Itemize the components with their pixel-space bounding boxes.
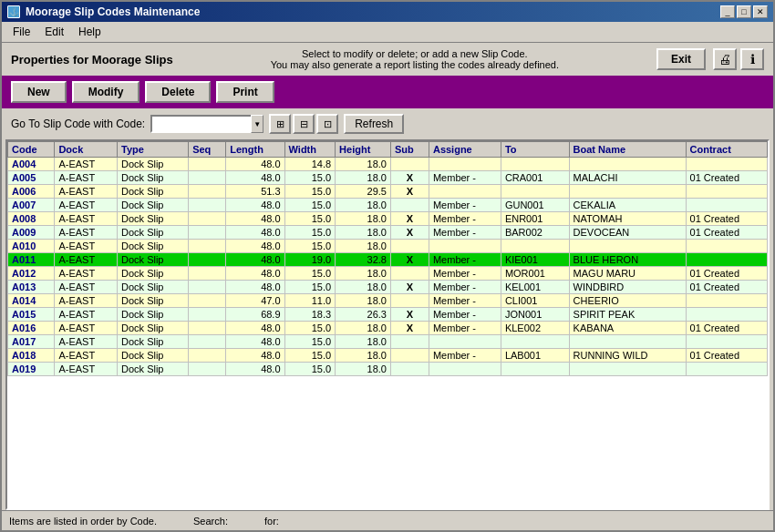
table-row[interactable]: A013A-EASTDock Slip48.015.018.0XMember -… <box>8 281 768 294</box>
table-row[interactable]: A011A-EASTDock Slip48.019.032.8XMember -… <box>8 253 768 267</box>
table-body: A004A-EASTDock Slip48.014.818.0A005A-EAS… <box>8 158 768 376</box>
table-row[interactable]: A010A-EASTDock Slip48.015.018.0 <box>8 240 768 253</box>
close-button[interactable]: ✕ <box>753 5 768 18</box>
table-row[interactable]: A014A-EASTDock Slip47.011.018.0Member -C… <box>8 294 768 308</box>
menu-help[interactable]: Help <box>71 24 108 40</box>
window-title: Moorage Slip Codes Maintenance <box>26 5 200 18</box>
filter-label: Go To Slip Code with Code: <box>11 118 145 130</box>
filter-input[interactable] <box>150 115 251 133</box>
menubar: File Edit Help <box>2 22 773 43</box>
minimize-button[interactable]: _ <box>720 5 735 18</box>
header-section: Properties for Moorage Slips Select to m… <box>2 43 773 76</box>
col-length: Length <box>226 142 284 158</box>
header-desc-line1: Select to modify or delete; or add a new… <box>191 48 638 59</box>
print-button[interactable]: Print <box>216 81 274 103</box>
title-bar: ⚓ Moorage Slip Codes Maintenance _ □ ✕ <box>2 2 773 22</box>
modify-button[interactable]: Modify <box>72 81 140 103</box>
table-row[interactable]: A017A-EASTDock Slip48.015.018.0 <box>8 335 768 349</box>
info-icon-button[interactable]: ℹ <box>740 48 764 70</box>
table-header-row: Code Dock Type Seq Length Width Height S… <box>8 142 768 158</box>
new-button[interactable]: New <box>11 81 67 103</box>
refresh-button[interactable]: Refresh <box>344 114 404 134</box>
table-row[interactable]: A009A-EASTDock Slip48.015.018.0XMember -… <box>8 226 768 240</box>
col-to: To <box>501 142 569 158</box>
table-row[interactable]: A008A-EASTDock Slip48.015.018.0XMember -… <box>8 212 768 226</box>
filter-icons: ⊞ ⊟ ⊡ <box>269 114 338 134</box>
table-row[interactable]: A015A-EASTDock Slip68.918.326.3XMember -… <box>8 308 768 322</box>
filter-dropdown-arrow[interactable]: ▼ <box>251 115 264 133</box>
toolbar: New Modify Delete Print <box>2 76 773 108</box>
print-icon-button[interactable]: 🖨 <box>713 48 737 70</box>
table-row[interactable]: A007A-EASTDock Slip48.015.018.0Member -G… <box>8 199 768 212</box>
filter-bar: Go To Slip Code with Code: ▼ ⊞ ⊟ ⊡ Refre… <box>2 108 773 139</box>
slip-codes-table: Code Dock Type Seq Length Width Height S… <box>7 141 768 376</box>
header-description: Select to modify or delete; or add a new… <box>173 48 656 70</box>
menu-file[interactable]: File <box>5 24 37 40</box>
status-for-label: for: <box>264 516 279 527</box>
menu-edit[interactable]: Edit <box>37 24 71 40</box>
col-width: Width <box>284 142 336 158</box>
table-row[interactable]: A016A-EASTDock Slip48.015.018.0XMember -… <box>8 322 768 335</box>
header-desc-line2: You may also generate a report listing t… <box>191 59 638 70</box>
filter-combo: ▼ <box>150 115 264 133</box>
col-assigned: Assigne <box>429 142 501 158</box>
title-bar-buttons: _ □ ✕ <box>720 5 768 18</box>
maximize-button[interactable]: □ <box>737 5 751 18</box>
filter-icon-3[interactable]: ⊡ <box>316 114 338 134</box>
col-sub: Sub <box>391 142 429 158</box>
app-icon: ⚓ <box>7 5 20 18</box>
status-search-label: Search: <box>193 516 228 527</box>
col-boat-name: Boat Name <box>569 142 686 158</box>
delete-button[interactable]: Delete <box>145 81 211 103</box>
status-items-label: Items are listed in order by Code. <box>9 516 157 527</box>
table-row[interactable]: A019A-EASTDock Slip48.015.018.0 <box>8 363 768 376</box>
col-seq: Seq <box>189 142 226 158</box>
table-row[interactable]: A018A-EASTDock Slip48.015.018.0Member -L… <box>8 349 768 363</box>
filter-icon-2[interactable]: ⊟ <box>293 114 315 134</box>
table-container[interactable]: Code Dock Type Seq Length Width Height S… <box>5 139 770 510</box>
col-dock: Dock <box>55 142 118 158</box>
main-window: ⚓ Moorage Slip Codes Maintenance _ □ ✕ F… <box>0 0 775 532</box>
table-row[interactable]: A004A-EASTDock Slip48.014.818.0 <box>8 158 768 171</box>
exit-button[interactable]: Exit <box>656 48 706 70</box>
col-contract: Contract <box>686 142 767 158</box>
title-bar-left: ⚓ Moorage Slip Codes Maintenance <box>7 5 200 18</box>
col-code: Code <box>8 142 55 158</box>
table-row[interactable]: A005A-EASTDock Slip48.015.018.0XMember -… <box>8 171 768 185</box>
table-row[interactable]: A006A-EASTDock Slip51.315.029.5X <box>8 185 768 199</box>
table-row[interactable]: A012A-EASTDock Slip48.015.018.0Member -M… <box>8 267 768 281</box>
statusbar: Items are listed in order by Code. Searc… <box>2 510 773 530</box>
filter-icon-1[interactable]: ⊞ <box>269 114 291 134</box>
header-title: Properties for Moorage Slips <box>11 53 173 66</box>
col-type: Type <box>118 142 189 158</box>
col-height: Height <box>336 142 391 158</box>
